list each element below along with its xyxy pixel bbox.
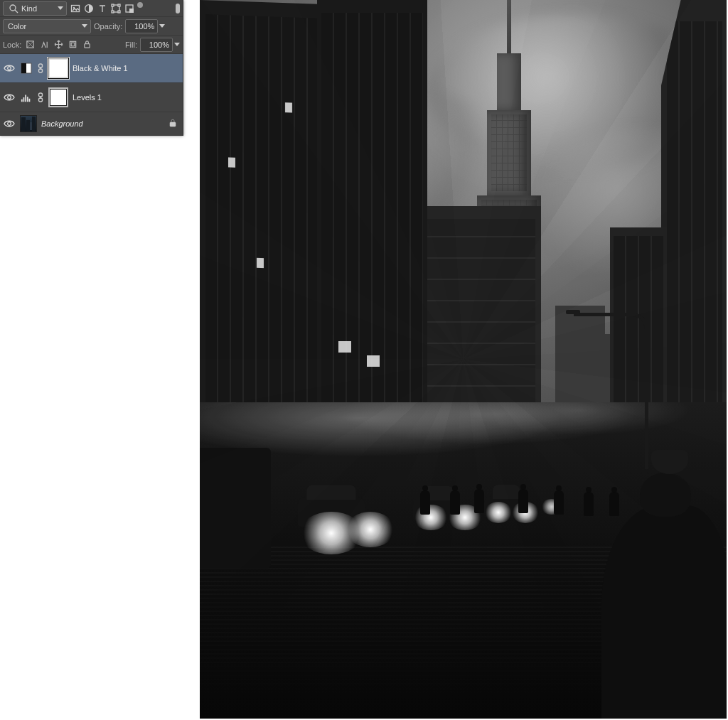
filter-type-icon[interactable] (97, 3, 107, 14)
filter-pixel-icon[interactable] (70, 3, 80, 14)
blend-mode-value: Color (8, 22, 26, 31)
visibility-toggle-icon[interactable] (3, 117, 16, 130)
filter-adjust-icon[interactable] (83, 3, 94, 14)
layer-name[interactable]: Background (41, 119, 164, 128)
blend-opacity-row: Color Opacity: 100% (0, 17, 183, 36)
svg-point-31 (8, 122, 11, 126)
opacity-field-wrap: 100% (125, 19, 165, 33)
svg-rect-8 (112, 11, 114, 13)
bw-adjust-icon (20, 59, 33, 77)
search-icon (8, 3, 18, 14)
chevron-down-icon (82, 24, 87, 28)
lock-fill-row: Lock: Fill: 100% (0, 36, 183, 54)
layer-row-levels1[interactable]: Levels 1 (0, 83, 183, 112)
fill-field[interactable]: 100% (140, 38, 173, 52)
svg-rect-27 (29, 99, 31, 102)
blend-mode-dropdown[interactable]: Color (3, 19, 91, 33)
lock-artboard-icon[interactable] (67, 39, 78, 50)
lock-label: Lock: (3, 41, 21, 49)
lock-transparent-icon[interactable] (24, 39, 36, 50)
fill-label: Fill: (125, 41, 137, 49)
lock-position-icon[interactable] (53, 39, 64, 50)
thumb-preview (21, 116, 36, 131)
chevron-down-icon (58, 6, 63, 10)
svg-rect-15 (85, 44, 90, 48)
layer-row-background[interactable]: Background (0, 112, 183, 136)
layer-mask-thumb[interactable] (48, 58, 68, 78)
svg-rect-24 (23, 97, 25, 102)
chevron-down-icon[interactable] (174, 43, 180, 46)
filter-extra-icon[interactable] (137, 2, 143, 8)
svg-rect-11 (129, 9, 134, 13)
link-icon[interactable] (37, 59, 44, 77)
levels-adjust-icon (20, 88, 33, 107)
layer-filter-kind-dropdown[interactable]: Kind (3, 1, 67, 16)
opacity-field[interactable]: 100% (125, 19, 158, 33)
film-grain (200, 0, 727, 719)
svg-rect-26 (27, 97, 28, 102)
lock-image-icon[interactable] (38, 39, 50, 50)
app-stage: Kind Color (0, 0, 728, 720)
layers-panel: Kind Color (0, 0, 183, 136)
filter-toggle-switch[interactable] (176, 4, 180, 14)
svg-rect-18 (21, 63, 26, 73)
layer-mask-thumb[interactable] (48, 87, 68, 107)
link-icon[interactable] (37, 88, 44, 107)
filter-smartobj-icon[interactable] (124, 3, 134, 14)
filter-kind-label: Kind (21, 4, 37, 13)
layer-thumb[interactable] (20, 115, 37, 132)
layers-filter-row: Kind (0, 0, 183, 17)
visibility-toggle-icon[interactable] (3, 91, 16, 104)
svg-rect-32 (170, 122, 176, 127)
lock-all-icon[interactable] (81, 39, 92, 50)
svg-point-22 (8, 96, 11, 100)
svg-rect-25 (25, 95, 26, 102)
svg-point-0 (10, 5, 16, 11)
svg-point-16 (8, 67, 11, 70)
svg-rect-9 (118, 11, 120, 13)
fill-value: 100% (149, 41, 169, 49)
opacity-value: 100% (134, 22, 154, 31)
document-canvas[interactable] (200, 0, 727, 719)
filter-shape-icon[interactable] (110, 3, 121, 14)
visibility-toggle-icon[interactable] (3, 62, 16, 75)
fill-field-wrap: 100% (140, 38, 180, 52)
svg-rect-14 (71, 43, 75, 46)
layer-name[interactable]: Levels 1 (73, 93, 178, 102)
svg-rect-23 (21, 100, 23, 102)
layer-row-bw1[interactable]: Black & White 1 (0, 54, 183, 83)
lock-icon (168, 119, 178, 129)
svg-rect-7 (118, 4, 120, 6)
layer-name[interactable]: Black & White 1 (73, 64, 178, 72)
chevron-down-icon[interactable] (159, 24, 165, 28)
svg-line-1 (15, 10, 18, 13)
svg-rect-6 (112, 4, 114, 6)
opacity-label: Opacity: (94, 22, 122, 31)
